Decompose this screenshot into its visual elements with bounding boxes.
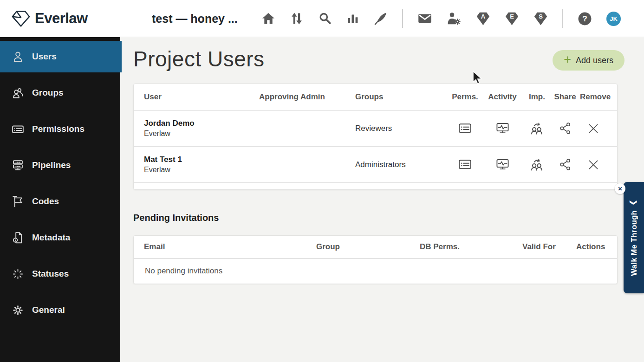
table-row: Jordan Demo Everlaw Reviewers: [134, 110, 617, 147]
pending-invitations-title: Pending Invitations: [133, 213, 219, 223]
upload-download-icon: [290, 12, 304, 26]
sidebar-item-label: Codes: [32, 196, 59, 207]
statuses-burst-icon: [12, 268, 24, 280]
sidebar-item-users[interactable]: Users: [0, 41, 122, 72]
sidebar-item-label: Permissions: [32, 124, 85, 134]
bar-chart-icon: [346, 12, 359, 25]
remove-x-icon: [586, 157, 601, 172]
sidebar-item-codes[interactable]: Codes: [0, 186, 120, 217]
sidebar-item-groups[interactable]: Groups: [0, 77, 120, 109]
sidebar-item-label: Statuses: [32, 269, 69, 279]
divider: [402, 9, 403, 28]
chevron-icon: ❯: [630, 200, 637, 206]
help-button[interactable]: ?: [578, 12, 592, 26]
share-button[interactable]: [558, 157, 572, 172]
impersonate-button[interactable]: [530, 121, 544, 136]
storybuilder-button[interactable]: [374, 12, 388, 26]
col-groups: Groups: [355, 92, 449, 102]
metadata-doc-icon: [12, 232, 24, 244]
divider: [562, 9, 563, 28]
pending-invitations-table: Email Group DB Perms. Valid For Actions …: [133, 235, 618, 284]
col-remove: Remove: [580, 92, 611, 102]
permissions-button[interactable]: [458, 157, 472, 172]
badge-a-button[interactable]: A: [476, 12, 490, 26]
activity-button[interactable]: [495, 157, 510, 172]
svg-text:E: E: [510, 13, 514, 19]
user-name: Mat Test 1: [144, 155, 259, 164]
svg-text:A: A: [481, 13, 486, 19]
page-title: Project Users: [133, 46, 265, 71]
sidebar-item-general[interactable]: General: [0, 294, 120, 326]
brand-name: Everlaw: [35, 10, 88, 27]
card-footer-spacer: [134, 183, 617, 189]
badge-e-button[interactable]: E: [505, 12, 519, 26]
gem-logo-icon: [11, 9, 31, 28]
project-title[interactable]: test — honey ...: [152, 12, 238, 25]
sidebar-item-label: Metadata: [32, 233, 70, 243]
home-icon: [261, 12, 275, 26]
remove-button[interactable]: [586, 121, 601, 136]
main-content: Project Users + Add users User Approving…: [120, 37, 644, 362]
svg-text:?: ?: [582, 14, 587, 23]
envelope-icon: [417, 11, 432, 26]
remove-button[interactable]: [586, 157, 601, 172]
groups-cell: Reviewers: [355, 124, 449, 133]
user-gear-icon: [447, 11, 462, 26]
impersonate-icon: [530, 157, 544, 172]
col-perms: Perms.: [449, 92, 481, 102]
share-icon: [558, 157, 572, 172]
sidebar-item-label: Pipelines: [32, 160, 71, 170]
everlaw-app: Everlaw test — honey ...: [0, 0, 644, 362]
search-icon: [318, 12, 332, 26]
sidebar-item-permissions[interactable]: Permissions: [0, 113, 120, 145]
share-button[interactable]: [558, 121, 572, 136]
user-settings-button[interactable]: [447, 11, 462, 26]
walkme-close-button[interactable]: ✕: [615, 183, 625, 194]
sidebar-item-pipelines[interactable]: Pipelines: [0, 149, 120, 181]
impersonate-button[interactable]: [530, 157, 544, 172]
home-button[interactable]: [261, 12, 275, 26]
gem-badge-e-icon: E: [505, 12, 519, 26]
everlaw-logo[interactable]: Everlaw: [11, 9, 88, 28]
avatar[interactable]: JK: [606, 12, 621, 26]
activity-button[interactable]: [495, 121, 510, 136]
badge-s-button[interactable]: S: [533, 12, 548, 26]
svg-text:S: S: [539, 13, 543, 19]
sidebar-item-metadata[interactable]: Metadata: [0, 222, 120, 253]
data-transfer-button[interactable]: [290, 12, 304, 26]
user-org: Everlaw: [144, 129, 259, 138]
impersonate-icon: [530, 121, 544, 136]
analytics-button[interactable]: [346, 12, 359, 25]
col-user: User: [144, 92, 259, 102]
search-button[interactable]: [318, 12, 332, 26]
permissions-icon: [12, 123, 24, 136]
add-users-button[interactable]: + Add users: [553, 50, 624, 71]
messages-button[interactable]: [417, 11, 432, 26]
col-imp: Imp.: [524, 92, 550, 102]
share-icon: [558, 121, 572, 136]
walkme-label: Walk Me Through: [630, 210, 638, 276]
col-valid-for: Valid For: [522, 242, 576, 252]
table-row: Mat Test 1 Everlaw Administrators: [134, 147, 617, 183]
topbar-nav: A E S ?: [261, 0, 621, 37]
gem-badge-s-icon: S: [533, 12, 548, 26]
add-users-label: Add users: [576, 56, 613, 65]
empty-state: No pending invitations: [134, 259, 617, 284]
user-org: Everlaw: [144, 166, 259, 174]
groups-icon: [12, 87, 24, 99]
col-db-perms: DB Perms.: [420, 242, 522, 252]
sidebar-item-statuses[interactable]: Statuses: [0, 258, 120, 290]
col-email: Email: [144, 242, 316, 252]
permissions-card-icon: [458, 121, 472, 136]
user-icon: [12, 51, 24, 63]
gear-icon: [12, 304, 24, 317]
sidebar: Users Groups Permissions Pipe: [0, 37, 120, 362]
col-approving-admin: Approving Admin: [259, 92, 355, 102]
permissions-button[interactable]: [458, 121, 472, 136]
user-cell: Jordan Demo Everlaw: [144, 119, 259, 138]
users-table: User Approving Admin Groups Perms. Activ…: [133, 84, 618, 190]
remove-x-icon: [586, 121, 601, 136]
groups-cell: Administrators: [355, 160, 449, 169]
activity-monitor-icon: [495, 121, 510, 136]
walk-me-through-tab[interactable]: ✕ ❯ Walk Me Through: [624, 182, 644, 293]
